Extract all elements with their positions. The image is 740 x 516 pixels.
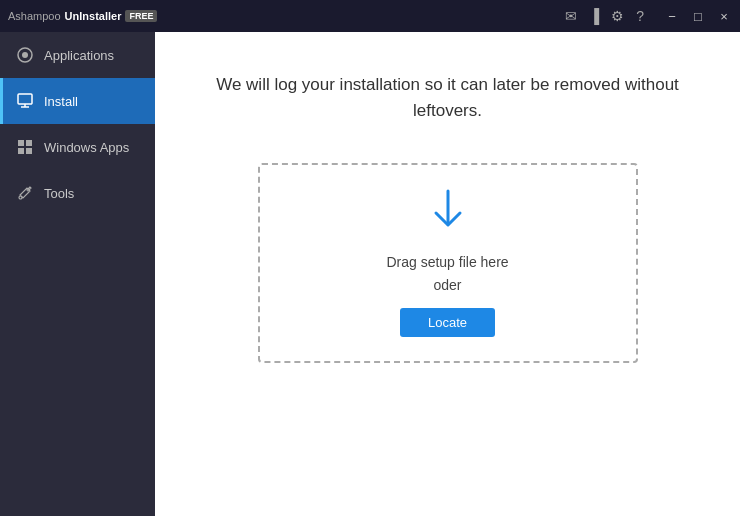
drop-text: Drag setup file here oder <box>386 251 508 296</box>
sidebar: Applications Install Wind <box>0 32 155 516</box>
tools-icon <box>16 184 34 202</box>
svg-rect-2 <box>18 94 32 104</box>
help-icon[interactable]: ? <box>636 8 644 24</box>
main-container: Applications Install Wind <box>0 32 740 516</box>
drop-text-line1: Drag setup file here <box>386 251 508 273</box>
maximize-button[interactable]: □ <box>690 9 706 24</box>
app-logo: Ashampoo UnInstaller FREE <box>8 10 157 22</box>
title-bar-left: Ashampoo UnInstaller FREE <box>8 10 157 22</box>
window-controls: − □ × <box>664 9 732 24</box>
sidebar-item-windows-apps[interactable]: Windows Apps <box>0 124 155 170</box>
minimize-button[interactable]: − <box>664 9 680 24</box>
windows-apps-icon <box>16 138 34 156</box>
drop-zone[interactable]: Drag setup file here oder Locate <box>258 163 638 363</box>
sidebar-label-applications: Applications <box>44 48 114 63</box>
logo-uninstaller: UnInstaller <box>65 10 122 22</box>
drop-arrow-icon <box>430 189 466 239</box>
content-area: We will log your installation so it can … <box>155 32 740 516</box>
title-bar: Ashampoo UnInstaller FREE ✉ ▐ ⚙ ? − □ × <box>0 0 740 32</box>
svg-rect-5 <box>18 140 24 146</box>
install-description: We will log your installation so it can … <box>216 72 679 123</box>
install-icon <box>16 92 34 110</box>
sidebar-label-windows-apps: Windows Apps <box>44 140 129 155</box>
svg-rect-8 <box>26 148 32 154</box>
sidebar-item-applications[interactable]: Applications <box>0 32 155 78</box>
locate-button[interactable]: Locate <box>400 308 495 337</box>
sidebar-item-tools[interactable]: Tools <box>0 170 155 216</box>
free-badge: FREE <box>125 10 157 22</box>
sidebar-label-tools: Tools <box>44 186 74 201</box>
gear-icon[interactable]: ⚙ <box>611 8 624 24</box>
description-line2: leftovers. <box>413 101 482 120</box>
svg-rect-6 <box>26 140 32 146</box>
svg-rect-7 <box>18 148 24 154</box>
chat-icon[interactable]: ✉ <box>565 8 577 24</box>
logo-ashampoo: Ashampoo <box>8 10 61 22</box>
svg-point-1 <box>22 52 28 58</box>
photo-icon[interactable]: ▐ <box>589 8 599 24</box>
svg-point-9 <box>19 196 22 199</box>
title-bar-right: ✉ ▐ ⚙ ? − □ × <box>565 8 732 24</box>
description-line1: We will log your installation so it can … <box>216 75 679 94</box>
sidebar-label-install: Install <box>44 94 78 109</box>
applications-icon <box>16 46 34 64</box>
close-button[interactable]: × <box>716 9 732 24</box>
sidebar-item-install[interactable]: Install <box>0 78 155 124</box>
drop-text-line2: oder <box>386 274 508 296</box>
